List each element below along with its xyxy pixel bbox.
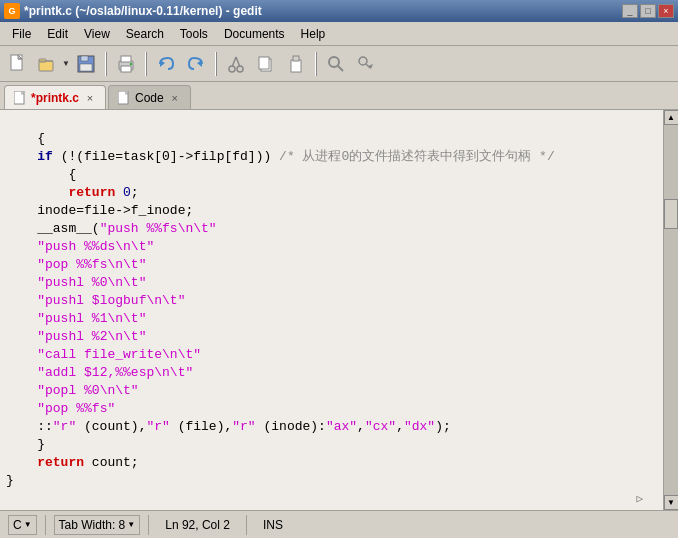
- editor-container: /* 一段被截断的注释内容 */ { if (!(file=task[0]->f…: [0, 110, 678, 510]
- tab-width-dropdown-arrow: ▼: [127, 520, 135, 529]
- tab-width-label: Tab Width: 8: [59, 518, 126, 532]
- cut-button[interactable]: [222, 50, 250, 78]
- cursor-indicator: ▷: [636, 490, 643, 508]
- language-label: C: [13, 518, 22, 532]
- status-divider-2: [148, 515, 149, 535]
- insert-mode: INS: [255, 518, 291, 532]
- window-controls[interactable]: _ □ ×: [622, 4, 674, 18]
- svg-rect-11: [121, 66, 131, 72]
- svg-point-25: [359, 57, 367, 65]
- menu-view[interactable]: View: [76, 25, 118, 43]
- code-line-14: "addl $12,%%esp\n\t": [6, 364, 657, 382]
- open-button-group[interactable]: ▼: [34, 50, 70, 78]
- separator-2: [145, 52, 147, 76]
- app-icon: G: [4, 3, 20, 19]
- code-line-4: return 0;: [6, 184, 657, 202]
- code-line-5: inode=file->f_inode;: [6, 202, 657, 220]
- svg-point-12: [130, 63, 132, 65]
- svg-rect-7: [81, 56, 88, 61]
- svg-line-18: [236, 57, 240, 67]
- vertical-scrollbar[interactable]: ▲ ▼: [663, 110, 678, 510]
- code-line-10: "pushl $logbuf\n\t": [6, 292, 657, 310]
- save-button[interactable]: [72, 50, 100, 78]
- title-bar-left: G *printk.c (~/oslab/linux-0.11/kernel) …: [4, 3, 262, 19]
- new-button[interactable]: [4, 50, 32, 78]
- svg-rect-10: [121, 56, 131, 62]
- svg-point-23: [329, 57, 339, 67]
- status-divider-1: [45, 515, 46, 535]
- tab-printk-close[interactable]: ×: [83, 91, 97, 105]
- code-line-17: ::"r" (count),"r" (file),"r" (inode):"ax…: [6, 418, 657, 436]
- minimize-button[interactable]: _: [622, 4, 638, 18]
- code-line-19: return count;: [6, 454, 657, 472]
- svg-rect-21: [291, 60, 301, 72]
- code-line-3: {: [6, 166, 657, 184]
- code-line-top: /* 一段被截断的注释内容 */: [6, 114, 657, 130]
- menu-bar: File Edit View Search Tools Documents He…: [0, 22, 678, 46]
- separator-4: [315, 52, 317, 76]
- svg-line-24: [338, 66, 343, 71]
- svg-rect-8: [80, 64, 92, 71]
- scroll-up-button[interactable]: ▲: [664, 110, 679, 125]
- separator-3: [215, 52, 217, 76]
- separator-1: [105, 52, 107, 76]
- code-line-6: __asm__("push %%fs\n\t": [6, 220, 657, 238]
- code-line-8: "pop %%fs\n\t": [6, 256, 657, 274]
- editor-content[interactable]: /* 一段被截断的注释内容 */ { if (!(file=task[0]->f…: [0, 110, 663, 510]
- tab-width-selector[interactable]: Tab Width: 8 ▼: [54, 515, 141, 535]
- code-line-18: }: [6, 436, 657, 454]
- close-button[interactable]: ×: [658, 4, 674, 18]
- open-button[interactable]: [34, 50, 62, 78]
- tab-code-label: Code: [135, 91, 164, 105]
- svg-marker-13: [160, 60, 165, 67]
- title-bar: G *printk.c (~/oslab/linux-0.11/kernel) …: [0, 0, 678, 22]
- menu-edit[interactable]: Edit: [39, 25, 76, 43]
- svg-rect-20: [259, 57, 269, 69]
- language-dropdown-arrow: ▼: [24, 520, 32, 529]
- code-line-12: "pushl %2\n\t": [6, 328, 657, 346]
- paste-button[interactable]: [282, 50, 310, 78]
- code-line-16: "pop %%fs": [6, 400, 657, 418]
- tab-printk[interactable]: *printk.c ×: [4, 85, 106, 109]
- code-line-1: {: [6, 130, 657, 148]
- svg-line-17: [232, 57, 236, 67]
- replace-button[interactable]: [352, 50, 380, 78]
- tab-code-file-icon: [117, 91, 131, 105]
- code-line-7: "push %%ds\n\t": [6, 238, 657, 256]
- redo-button[interactable]: [182, 50, 210, 78]
- tab-bar: *printk.c × Code ×: [0, 82, 678, 110]
- svg-marker-14: [197, 60, 202, 67]
- scroll-track[interactable]: [664, 125, 678, 495]
- code-line-9: "pushl %0\n\t": [6, 274, 657, 292]
- menu-search[interactable]: Search: [118, 25, 172, 43]
- menu-file[interactable]: File: [4, 25, 39, 43]
- tab-code[interactable]: Code ×: [108, 85, 191, 109]
- scroll-down-button[interactable]: ▼: [664, 495, 679, 510]
- cursor-position: Ln 92, Col 2: [157, 518, 238, 532]
- scroll-thumb[interactable]: [664, 199, 678, 229]
- print-button[interactable]: [112, 50, 140, 78]
- code-line-11: "pushl %1\n\t": [6, 310, 657, 328]
- svg-rect-22: [293, 56, 299, 61]
- menu-documents[interactable]: Documents: [216, 25, 293, 43]
- find-button[interactable]: [322, 50, 350, 78]
- language-selector[interactable]: C ▼: [8, 515, 37, 535]
- code-line-13: "call file_write\n\t": [6, 346, 657, 364]
- code-line-15: "popl %0\n\t": [6, 382, 657, 400]
- undo-button[interactable]: [152, 50, 180, 78]
- code-line-2: if (!(file=task[0]->filp[fd])) /* 从进程0的文…: [6, 148, 657, 166]
- maximize-button[interactable]: □: [640, 4, 656, 18]
- open-dropdown-arrow[interactable]: ▼: [62, 59, 70, 68]
- tab-file-icon: [13, 91, 27, 105]
- copy-button[interactable]: [252, 50, 280, 78]
- menu-help[interactable]: Help: [293, 25, 334, 43]
- window-title: *printk.c (~/oslab/linux-0.11/kernel) - …: [24, 4, 262, 18]
- code-line-20: }: [6, 472, 657, 490]
- tab-printk-label: *printk.c: [31, 91, 79, 105]
- menu-tools[interactable]: Tools: [172, 25, 216, 43]
- status-divider-3: [246, 515, 247, 535]
- status-bar: C ▼ Tab Width: 8 ▼ Ln 92, Col 2 INS: [0, 510, 678, 538]
- tab-code-close[interactable]: ×: [168, 91, 182, 105]
- toolbar: ▼: [0, 46, 678, 82]
